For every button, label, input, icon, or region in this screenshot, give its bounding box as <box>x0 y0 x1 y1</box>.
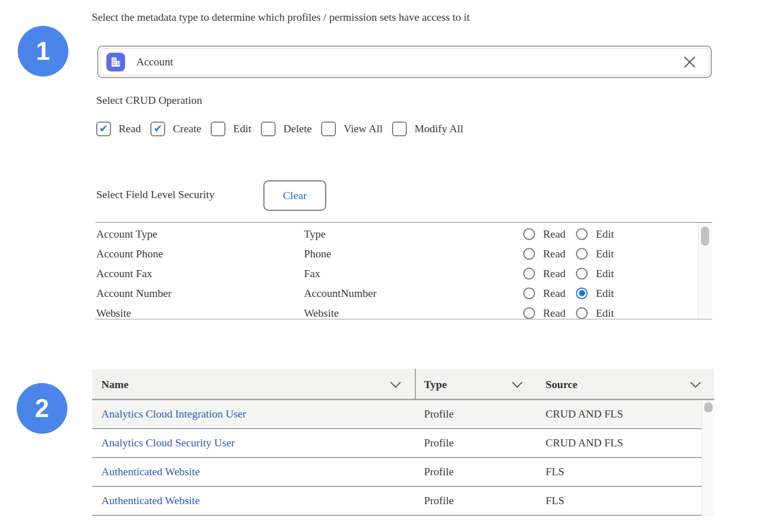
field-radio-group: Read Edit <box>523 307 614 319</box>
field-label: Account Fax <box>96 267 152 280</box>
field-label: Account Type <box>96 227 158 240</box>
field-radio-group: Read Edit <box>523 267 614 280</box>
field-radio-group: Read Edit <box>523 227 614 240</box>
table-scrollbar-track[interactable] <box>702 400 714 516</box>
field-api-name: Type <box>304 227 326 240</box>
read-radio-label: Read <box>543 267 565 280</box>
crud-item-read: ✔ Read <box>96 122 141 136</box>
read-radio-label: Read <box>543 227 565 240</box>
fls-scrollbar-track[interactable] <box>698 223 712 319</box>
read-radio[interactable] <box>523 228 535 240</box>
metadata-instruction-text: Select the metadata type to determine wh… <box>92 11 470 24</box>
profile-type-cell: Profile <box>424 429 454 457</box>
table-row: Authenticated Website Profile FLS <box>92 487 702 516</box>
fls-scrollbar-thumb[interactable] <box>701 226 709 246</box>
edit-radio-label: Edit <box>596 307 614 319</box>
header-column-divider <box>415 369 416 400</box>
profile-source-cell: CRUD AND FLS <box>546 429 623 457</box>
create-checkbox[interactable]: ✔ <box>150 122 165 136</box>
delete-checkbox-label: Delete <box>283 123 312 135</box>
step-1-badge: 1 <box>18 26 68 77</box>
edit-radio-label: Edit <box>596 247 614 260</box>
profile-source-cell: FLS <box>546 487 564 515</box>
profile-type-cell: Profile <box>424 487 454 515</box>
field-label: Account Phone <box>96 247 163 260</box>
field-level-security-label: Select Field Level Security <box>96 188 214 201</box>
crud-checkbox-row: ✔ Read ✔ Create ✔ Edit ✔ Delete ✔ View A… <box>96 121 463 136</box>
read-radio-label: Read <box>543 247 565 260</box>
read-checkbox-label: Read <box>119 123 141 135</box>
read-radio[interactable] <box>523 287 535 299</box>
fls-row-account-fax: Account Fax Fax Read Edit <box>95 263 698 283</box>
profile-name-link[interactable]: Authenticated Website <box>101 458 200 486</box>
edit-radio-label: Edit <box>596 267 614 280</box>
edit-radio-label: Edit <box>596 227 614 240</box>
edit-radio-label: Edit <box>596 287 614 299</box>
edit-radio[interactable] <box>576 228 588 240</box>
read-radio-label: Read <box>543 287 565 299</box>
field-radio-group: Read Edit <box>523 247 614 260</box>
crud-item-view-all: ✔ View All <box>321 122 382 136</box>
source-column-chevron-down-icon[interactable] <box>690 382 701 389</box>
crud-item-modify-all: ✔ Modify All <box>392 122 463 136</box>
field-label: Website <box>96 307 131 319</box>
fls-row-account-type: Account Type Type Read Edit <box>95 224 698 244</box>
read-radio[interactable] <box>523 307 535 319</box>
fls-row-account-number: Account Number AccountNumber Read Edit <box>95 283 698 303</box>
crud-operation-label: Select CRUD Operation <box>96 94 202 107</box>
create-checkbox-label: Create <box>173 123 201 135</box>
view-all-checkbox[interactable]: ✔ <box>321 122 336 136</box>
view-all-checkbox-label: View All <box>343 123 382 135</box>
modify-all-checkbox[interactable]: ✔ <box>392 122 407 136</box>
delete-checkbox[interactable]: ✔ <box>261 122 276 136</box>
profiles-table-header: Name Type Source <box>92 369 714 400</box>
clear-fls-button[interactable]: Clear <box>263 180 326 211</box>
profile-name-link[interactable]: Analytics Cloud Integration User <box>101 400 246 428</box>
read-radio[interactable] <box>523 268 535 279</box>
table-scrollbar-thumb[interactable] <box>704 402 713 412</box>
column-header-source: Source <box>546 369 577 400</box>
field-api-name: Website <box>304 307 339 319</box>
fls-row-website: Website Website Read Edit <box>95 303 698 320</box>
clear-selection-x-icon[interactable] <box>682 55 697 69</box>
profile-type-cell: Profile <box>424 458 454 486</box>
name-column-chevron-down-icon[interactable] <box>390 382 401 389</box>
edit-radio[interactable] <box>576 287 588 299</box>
crud-item-delete: ✔ Delete <box>261 122 312 136</box>
read-radio-label: Read <box>543 307 565 319</box>
field-label: Account Number <box>96 287 172 299</box>
metadata-select-inner[interactable]: Account <box>100 48 709 75</box>
table-row: Analytics Cloud Integration User Profile… <box>92 400 702 429</box>
field-radio-group: Read Edit <box>523 287 614 299</box>
read-radio[interactable] <box>523 248 535 259</box>
profile-source-cell: FLS <box>546 458 564 486</box>
field-api-name: Fax <box>304 267 320 280</box>
table-row: Authenticated Website Profile FLS <box>92 458 702 487</box>
step-2-badge: 2 <box>17 383 67 434</box>
fls-field-list: Account Type Type Read Edit Account Phon… <box>95 222 712 320</box>
modify-all-checkbox-label: Modify All <box>414 123 463 135</box>
field-api-name: Phone <box>304 247 331 260</box>
read-checkbox[interactable]: ✔ <box>96 122 111 136</box>
edit-radio[interactable] <box>576 268 588 279</box>
edit-radio[interactable] <box>576 307 588 319</box>
profile-source-cell: CRUD AND FLS <box>546 400 623 428</box>
field-api-name: AccountNumber <box>304 287 376 299</box>
profile-type-cell: Profile <box>424 400 454 428</box>
profile-name-link[interactable]: Analytics Cloud Security User <box>101 429 235 457</box>
type-column-chevron-down-icon[interactable] <box>512 382 523 389</box>
column-header-type: Type <box>424 369 447 400</box>
edit-radio[interactable] <box>576 248 588 259</box>
account-building-icon <box>106 53 125 71</box>
column-header-name: Name <box>101 369 129 400</box>
profile-name-link[interactable]: Authenticated Website <box>101 487 200 515</box>
fls-row-account-phone: Account Phone Phone Read Edit <box>95 244 698 263</box>
edit-checkbox[interactable]: ✔ <box>211 122 225 136</box>
edit-checkbox-label: Edit <box>233 123 251 135</box>
profiles-table-body: Analytics Cloud Integration User Profile… <box>92 400 714 516</box>
crud-item-edit: ✔ Edit <box>211 122 251 136</box>
profiles-table: Name Type Source Analytics Cloud Integra… <box>92 369 714 516</box>
crud-item-create: ✔ Create <box>150 122 201 136</box>
metadata-select-box[interactable]: Account <box>97 46 712 78</box>
table-row: Analytics Cloud Security User Profile CR… <box>92 429 702 458</box>
